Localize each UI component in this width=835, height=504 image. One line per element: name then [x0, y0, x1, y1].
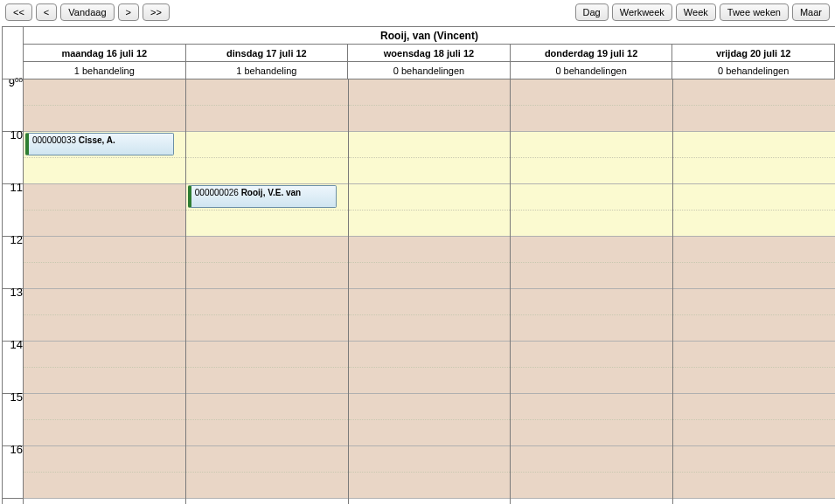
- appointment[interactable]: 000000033 Cisse, A.: [25, 133, 174, 155]
- time-cell[interactable]: [673, 237, 835, 263]
- time-cell[interactable]: [349, 237, 511, 263]
- time-cell[interactable]: [511, 368, 672, 394]
- time-cell[interactable]: [511, 473, 672, 499]
- time-cell[interactable]: [186, 394, 348, 420]
- nav-last-button[interactable]: >>: [143, 3, 170, 21]
- day-column[interactable]: [673, 79, 835, 504]
- time-cell[interactable]: [349, 184, 511, 211]
- time-cell[interactable]: [349, 394, 511, 420]
- time-cell[interactable]: [349, 342, 511, 368]
- nav-next-button[interactable]: >: [118, 3, 139, 21]
- time-cell[interactable]: [673, 394, 835, 420]
- time-cell[interactable]: [186, 368, 348, 394]
- day-column[interactable]: [349, 79, 511, 504]
- calendar-grid[interactable]: 000000033 Cisse, A.000000026 Rooij, V.E.…: [24, 79, 835, 504]
- time-cell[interactable]: [186, 420, 348, 446]
- time-cell[interactable]: [24, 158, 185, 184]
- nav-today-button[interactable]: Vandaag: [60, 3, 114, 21]
- time-cell[interactable]: [24, 420, 185, 446]
- time-cell[interactable]: [186, 342, 348, 368]
- time-cell[interactable]: [349, 446, 511, 473]
- time-cell[interactable]: [24, 289, 185, 315]
- time-cell[interactable]: [186, 473, 348, 499]
- time-cell[interactable]: [673, 79, 835, 106]
- view-week-button[interactable]: Week: [676, 3, 716, 21]
- time-cell[interactable]: [511, 106, 672, 132]
- time-cell[interactable]: [673, 158, 835, 184]
- time-cell[interactable]: [673, 132, 835, 158]
- time-cell[interactable]: [24, 263, 185, 289]
- time-cell[interactable]: [673, 446, 835, 473]
- time-cell[interactable]: [24, 342, 185, 368]
- day-column[interactable]: [511, 79, 673, 504]
- day-column[interactable]: [186, 79, 349, 504]
- time-cell[interactable]: [511, 132, 672, 158]
- time-cell[interactable]: [511, 446, 672, 473]
- time-cell[interactable]: [24, 473, 185, 499]
- time-cell[interactable]: [186, 158, 348, 184]
- time-cell[interactable]: [24, 211, 185, 237]
- view-workweek-button[interactable]: Werkweek: [612, 3, 672, 21]
- time-cell[interactable]: [673, 289, 835, 315]
- time-cell[interactable]: [349, 289, 511, 315]
- time-cell[interactable]: [186, 106, 348, 132]
- time-cell[interactable]: [186, 446, 348, 473]
- time-cell[interactable]: [349, 315, 511, 342]
- time-cell[interactable]: [511, 211, 672, 237]
- time-cell[interactable]: [511, 158, 672, 184]
- time-cell[interactable]: [673, 473, 835, 499]
- time-cell[interactable]: [349, 473, 511, 499]
- time-cell[interactable]: [24, 79, 185, 106]
- time-cell[interactable]: [349, 211, 511, 237]
- time-cell[interactable]: [349, 263, 511, 289]
- time-cell[interactable]: [511, 263, 672, 289]
- time-cell[interactable]: [24, 446, 185, 473]
- time-cell[interactable]: [511, 315, 672, 342]
- time-cell[interactable]: [349, 106, 511, 132]
- time-cell[interactable]: [349, 420, 511, 446]
- time-cell[interactable]: [349, 132, 511, 158]
- time-cell[interactable]: [511, 394, 672, 420]
- time-cell[interactable]: [673, 211, 835, 237]
- time-cell[interactable]: [673, 420, 835, 446]
- time-cell[interactable]: [186, 79, 348, 106]
- day-header[interactable]: vrijdag 20 juli 12: [672, 45, 835, 62]
- time-cell[interactable]: [349, 79, 511, 106]
- time-cell[interactable]: [186, 132, 348, 158]
- time-cell[interactable]: [24, 106, 185, 132]
- day-header[interactable]: woensdag 18 juli 12: [348, 45, 511, 62]
- time-cell[interactable]: [511, 420, 672, 446]
- time-cell[interactable]: [673, 106, 835, 132]
- time-cell[interactable]: [673, 315, 835, 342]
- nav-prev-button[interactable]: <: [36, 3, 57, 21]
- time-cell[interactable]: [511, 342, 672, 368]
- time-cell[interactable]: [511, 184, 672, 211]
- time-cell[interactable]: [673, 342, 835, 368]
- time-cell[interactable]: [24, 184, 185, 211]
- time-cell[interactable]: [24, 237, 185, 263]
- time-cell[interactable]: [511, 289, 672, 315]
- day-header[interactable]: dinsdag 17 juli 12: [186, 45, 349, 62]
- time-cell[interactable]: [186, 289, 348, 315]
- time-cell[interactable]: [24, 368, 185, 394]
- time-cell[interactable]: [673, 263, 835, 289]
- day-header[interactable]: donderdag 19 juli 12: [511, 45, 673, 62]
- time-cell[interactable]: [511, 79, 672, 106]
- time-cell[interactable]: [349, 368, 511, 394]
- view-twoweeks-button[interactable]: Twee weken: [720, 3, 789, 21]
- time-cell[interactable]: [24, 394, 185, 420]
- day-header[interactable]: maandag 16 juli 12: [24, 45, 186, 62]
- time-cell[interactable]: [24, 315, 185, 342]
- view-month-button[interactable]: Maar: [792, 3, 830, 21]
- time-cell[interactable]: [186, 263, 348, 289]
- view-day-button[interactable]: Dag: [575, 3, 609, 21]
- time-cell[interactable]: [673, 184, 835, 211]
- time-cell[interactable]: [186, 237, 348, 263]
- time-cell[interactable]: [673, 368, 835, 394]
- time-cell[interactable]: [511, 237, 672, 263]
- time-cell[interactable]: [186, 315, 348, 342]
- time-cell[interactable]: [186, 211, 348, 237]
- appointment[interactable]: 000000026 Rooij, V.E. van: [188, 185, 337, 208]
- nav-first-button[interactable]: <<: [5, 3, 32, 21]
- time-cell[interactable]: [349, 158, 511, 184]
